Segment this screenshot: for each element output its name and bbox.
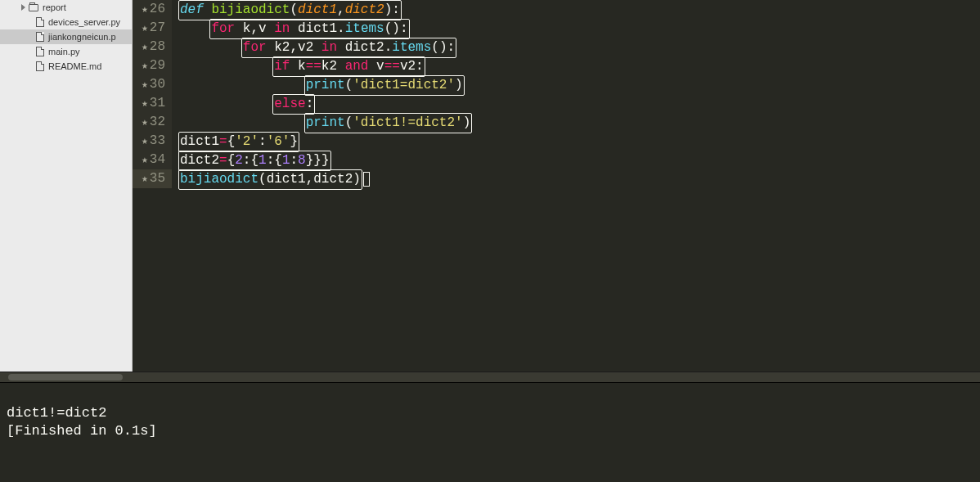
code-content: print('dict1=dict2') — [172, 75, 465, 96]
modified-star-icon: ★ — [142, 79, 148, 91]
file-icon — [36, 17, 44, 27]
file-item[interactable]: README.md — [0, 59, 132, 74]
line-number-gutter: ★31 — [133, 94, 172, 113]
code-line[interactable]: ★28 for k2,v2 in dict2.items(): — [133, 38, 980, 56]
code-content: def bijiaodict(dict1,dict2): — [172, 0, 402, 20]
modified-star-icon: ★ — [142, 41, 148, 53]
file-item[interactable]: devices_server.py — [0, 15, 132, 29]
modified-star-icon: ★ — [142, 154, 148, 166]
code-line[interactable]: ★35bijiaodict(dict1,dict2) — [133, 169, 980, 188]
line-number-gutter: ★30 — [133, 75, 172, 94]
code-line[interactable]: ★31 else: — [133, 94, 980, 113]
code-content: dict1={'2':'6'} — [172, 132, 299, 152]
code-line[interactable]: ★30 print('dict1=dict2') — [133, 75, 980, 94]
line-number-gutter: ★32 — [133, 113, 172, 132]
file-item[interactable]: main.py — [0, 44, 132, 59]
folder-item[interactable]: report — [0, 0, 132, 15]
console-output-line: dict1!=dict2 — [7, 405, 106, 421]
line-number-gutter: ★34 — [133, 151, 172, 169]
line-number-gutter: ★29 — [133, 56, 172, 75]
line-number-gutter: ★33 — [133, 132, 172, 151]
line-number-gutter: ★26 — [133, 0, 172, 19]
file-label: README.md — [48, 61, 101, 71]
line-number-gutter: ★27 — [133, 19, 172, 38]
chevron-right-icon — [21, 4, 25, 11]
modified-star-icon: ★ — [142, 97, 148, 110]
code-content: print('dict1!=dict2') — [172, 113, 472, 133]
console-status-line: [Finished in 0.1s] — [7, 423, 157, 439]
code-line[interactable]: ★26def bijiaodict(dict1,dict2): — [133, 0, 980, 19]
modified-star-icon: ★ — [142, 116, 148, 128]
code-content: else: — [172, 94, 315, 115]
file-label: devices_server.py — [48, 17, 120, 27]
modified-star-icon: ★ — [142, 135, 148, 147]
line-number-gutter: ★35 — [133, 169, 172, 188]
code-content: bijiaodict(dict1,dict2) — [172, 169, 370, 190]
modified-star-icon: ★ — [142, 22, 148, 34]
file-label: main.py — [48, 47, 80, 56]
code-content: for k2,v2 in dict2.items(): — [172, 38, 456, 58]
code-line[interactable]: ★32 print('dict1!=dict2') — [133, 113, 980, 132]
code-line[interactable]: ★27 for k,v in dict1.items(): — [133, 19, 980, 38]
file-icon — [36, 61, 44, 71]
text-cursor — [363, 172, 370, 187]
code-line[interactable]: ★29 if k==k2 and v==v2: — [133, 56, 980, 75]
line-number-gutter: ★28 — [133, 38, 172, 56]
output-console[interactable]: dict1!=dict2 [Finished in 0.1s] — [0, 382, 980, 482]
folder-label: report — [43, 2, 66, 12]
folder-icon — [29, 4, 38, 11]
file-label: jiankongneicun.p — [48, 32, 116, 42]
file-icon — [36, 47, 44, 56]
code-editor[interactable]: ★26def bijiaodict(dict1,dict2):★27 for k… — [133, 0, 980, 372]
code-content: if k==k2 and v==v2: — [172, 56, 425, 77]
file-tree-sidebar[interactable]: report devices_server.pyjiankongneicun.p… — [0, 0, 133, 372]
code-line[interactable]: ★34dict2={2:{1:{1:8}}} — [133, 151, 980, 169]
code-content: dict2={2:{1:{1:8}}} — [172, 151, 331, 171]
modified-star-icon: ★ — [142, 60, 148, 72]
scrollbar-thumb[interactable] — [8, 374, 123, 381]
file-item[interactable]: jiankongneicun.p — [0, 29, 132, 44]
code-line[interactable]: ★33dict1={'2':'6'} — [133, 132, 980, 151]
modified-star-icon: ★ — [142, 173, 148, 185]
file-icon — [36, 32, 44, 42]
modified-star-icon: ★ — [142, 3, 148, 16]
code-content: for k,v in dict1.items(): — [172, 19, 410, 39]
horizontal-scrollbar[interactable] — [0, 372, 980, 382]
